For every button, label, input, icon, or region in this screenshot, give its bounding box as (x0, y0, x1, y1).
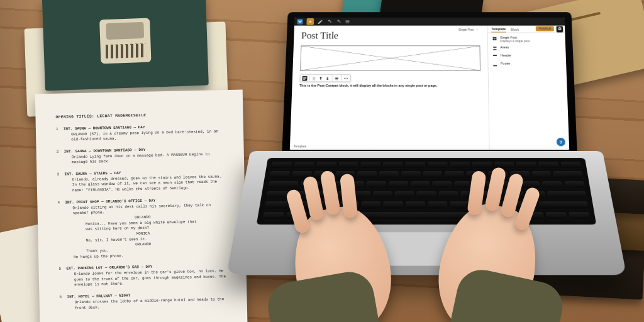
script-scene: 2INT. SAUNA — DOWNTOWN SANTIAGO — DAYOrl… (57, 146, 226, 166)
areas-label: Areas (500, 45, 509, 48)
script-scene: 3INT. SAUNA — STAIRS — DAYOrlando, alrea… (57, 169, 227, 194)
editor-screen: W + Single Post Post Title (290, 18, 569, 150)
script-scene: 4INT. PRINT SHOP — ORLANDO'S OFFICE — DA… (57, 197, 228, 260)
editor-statusbar: Template (294, 145, 306, 148)
post-content-block-icon[interactable] (302, 76, 307, 80)
drag-handle-icon[interactable] (311, 76, 316, 80)
script-scene: 5EXT. PARKING LOT — ORLANDO'S CAR — DAYO… (59, 264, 230, 289)
move-up-icon[interactable] (318, 76, 323, 80)
add-block-button[interactable]: + (306, 18, 314, 25)
svg-point-6 (344, 78, 345, 79)
svg-point-3 (314, 78, 315, 79)
svg-point-4 (313, 79, 314, 80)
move-down-icon[interactable] (325, 76, 330, 80)
redo-icon[interactable] (336, 19, 341, 24)
laptop-lid: W + Single Post Post Title (282, 12, 577, 157)
help-button[interactable]: ? (557, 138, 565, 146)
header-area-row[interactable]: Header (492, 53, 562, 58)
more-options-icon[interactable] (343, 76, 348, 80)
book-top (42, 0, 209, 91)
script-scene: 6INT. HOTEL — HALLWAY — NIGHTOrlando cro… (59, 291, 229, 311)
svg-point-0 (313, 77, 314, 77)
post-title-field[interactable]: Post Title (301, 31, 480, 41)
editor-topbar: W + (294, 18, 565, 26)
wp-logo-icon[interactable]: W (297, 19, 303, 25)
photo-scene: OPENING TITLES: LECRAT MADEMOISELLE 1INT… (0, 0, 644, 322)
featured-image-placeholder[interactable] (300, 45, 480, 70)
edit-icon[interactable] (318, 19, 323, 24)
layout-icon (492, 36, 497, 41)
sidebar-tabs: Template Block Publish (488, 26, 565, 33)
template-desc: Displays a single post. (500, 39, 530, 42)
template-name-row[interactable]: Single Post Displays a single post. (492, 36, 562, 43)
areas-icon (492, 46, 497, 50)
svg-point-8 (347, 78, 348, 79)
editor-canvas[interactable]: Single Post Post Title (290, 26, 489, 150)
settings-sidebar: Template Block Publish Single Post Displ… (487, 26, 570, 150)
tab-template[interactable]: Template (491, 27, 506, 32)
svg-point-7 (345, 78, 346, 79)
laptop-base (226, 151, 626, 275)
script-scene: 1INT. SAUNA — DOWNTOWN SANTIAGO — DAYORL… (56, 123, 226, 143)
breadcrumb-label: Single Post (458, 28, 474, 31)
svg-point-2 (313, 78, 314, 79)
header-area-label: Header (501, 53, 512, 57)
svg-point-1 (314, 77, 315, 77)
align-icon[interactable] (334, 76, 339, 80)
undo-icon[interactable] (326, 19, 332, 24)
template-panel: Single Post Displays a single post. Area… (488, 33, 567, 72)
template-breadcrumb[interactable]: Single Post (458, 28, 479, 31)
typewriter-illustration (99, 18, 151, 64)
post-content-block-note: This is the Post Content block, it will … (299, 84, 480, 88)
footer-area-label: Footer (501, 62, 511, 65)
footer-area-row[interactable]: Footer (492, 62, 562, 67)
chevron-down-icon (475, 28, 479, 31)
areas-row[interactable]: Areas (492, 45, 562, 50)
screenplay-page: OPENING TITLES: LECRAT MADEMOISELLE 1INT… (35, 90, 248, 322)
script-title: OPENING TITLES: LECRAT MADEMOISELLE (55, 111, 225, 121)
list-view-icon[interactable] (345, 19, 350, 24)
block-toolbar (299, 74, 350, 82)
publish-button[interactable]: Publish (536, 26, 554, 31)
footer-area-icon (492, 62, 497, 67)
settings-gear-button[interactable] (556, 26, 563, 33)
header-area-icon (492, 54, 497, 58)
svg-point-5 (314, 79, 315, 80)
tab-block[interactable]: Block (511, 28, 519, 32)
